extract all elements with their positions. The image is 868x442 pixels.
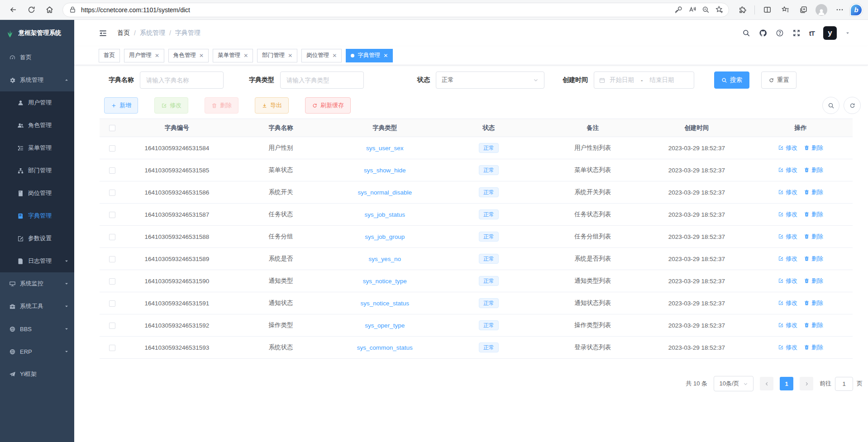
fullscreen-icon[interactable]: [792, 29, 801, 37]
tab-item[interactable]: 岗位管理✕: [301, 49, 342, 62]
status-select[interactable]: 正常: [436, 71, 544, 89]
sidebar-fold-icon[interactable]: [99, 29, 107, 38]
dict-type-link[interactable]: sys_user_sex: [366, 145, 404, 152]
favorites-add-icon[interactable]: [712, 4, 726, 16]
page-size-select[interactable]: 10条/页: [714, 376, 754, 391]
zoom-out-icon[interactable]: [699, 4, 712, 16]
select-all-checkbox[interactable]: [109, 125, 115, 131]
row-edit-link[interactable]: 修改: [778, 188, 797, 196]
export-button[interactable]: 导出: [255, 97, 289, 114]
github-icon[interactable]: [759, 29, 767, 37]
row-edit-link[interactable]: 修改: [778, 166, 797, 174]
tab-item[interactable]: 角色管理✕: [168, 49, 209, 62]
row-checkbox[interactable]: [109, 323, 115, 329]
row-edit-link[interactable]: 修改: [778, 255, 797, 263]
refresh-icon[interactable]: [24, 2, 39, 18]
font-size-icon[interactable]: tT: [809, 29, 815, 37]
row-edit-link[interactable]: 修改: [778, 210, 797, 219]
row-delete-link[interactable]: 删除: [804, 343, 823, 352]
row-checkbox[interactable]: [109, 300, 115, 307]
row-delete-link[interactable]: 删除: [804, 321, 823, 329]
sidebar-item-yi[interactable]: Yi框架: [0, 363, 74, 385]
dict-type-input[interactable]: [280, 71, 364, 89]
favorites-bar-icon[interactable]: [777, 2, 793, 18]
row-delete-link[interactable]: 删除: [804, 233, 823, 241]
dict-type-link[interactable]: sys_show_hide: [364, 167, 405, 174]
extensions-icon[interactable]: [734, 2, 750, 18]
search-button[interactable]: 搜索: [714, 71, 749, 89]
tab-item[interactable]: 用户管理✕: [124, 49, 164, 62]
sidebar-item-item[interactable]: 用户管理: [0, 91, 74, 114]
address-bar[interactable]: https://ccnetcore.com:1101/system/dict: [62, 3, 729, 17]
row-checkbox[interactable]: [109, 167, 115, 174]
tab-item[interactable]: 菜单管理✕: [213, 49, 253, 62]
sidebar-item-item[interactable]: 系统工具: [0, 295, 74, 318]
avatar-caret-icon[interactable]: [845, 31, 850, 35]
sidebar-item-item[interactable]: 字典管理: [0, 204, 74, 227]
split-screen-icon[interactable]: [759, 2, 775, 18]
page-number-button[interactable]: 1: [780, 377, 793, 390]
password-key-icon[interactable]: [672, 4, 685, 16]
row-delete-link[interactable]: 删除: [804, 144, 823, 152]
date-range-picker[interactable]: 开始日期 - 结束日期: [594, 71, 694, 89]
search-icon[interactable]: [742, 29, 750, 37]
sidebar-item-item[interactable]: 部门管理: [0, 159, 74, 182]
sidebar-item-item[interactable]: 首页: [0, 46, 74, 69]
tab-item[interactable]: 部门管理✕: [257, 49, 297, 62]
goto-page-input[interactable]: [835, 377, 853, 391]
refresh-table-button[interactable]: [844, 97, 861, 114]
dict-type-link[interactable]: sys_yes_no: [369, 256, 401, 262]
close-icon[interactable]: ✕: [383, 53, 388, 58]
home-icon[interactable]: [42, 2, 57, 18]
dict-type-link[interactable]: sys_common_status: [357, 344, 413, 351]
more-menu-icon[interactable]: [832, 2, 847, 18]
sidebar-item-item[interactable]: 角色管理: [0, 114, 74, 137]
profile-avatar[interactable]: [814, 2, 829, 18]
row-edit-link[interactable]: 修改: [778, 299, 797, 307]
close-icon[interactable]: ✕: [155, 53, 159, 58]
row-checkbox[interactable]: [109, 234, 115, 240]
next-page-button[interactable]: [800, 377, 813, 390]
close-icon[interactable]: ✕: [288, 53, 292, 58]
row-delete-link[interactable]: 删除: [804, 188, 823, 196]
dict-name-input[interactable]: [140, 71, 224, 89]
row-edit-link[interactable]: 修改: [778, 343, 797, 352]
app-logo[interactable]: 意框架管理系统: [0, 20, 74, 46]
sidebar-item-item[interactable]: 系统管理: [0, 69, 74, 91]
row-checkbox[interactable]: [109, 145, 115, 152]
tab-item[interactable]: 字典管理✕: [346, 49, 393, 62]
refresh-cache-button[interactable]: 刷新缓存: [305, 97, 351, 114]
row-delete-link[interactable]: 删除: [804, 299, 823, 307]
back-icon[interactable]: [5, 2, 21, 18]
breadcrumb-home[interactable]: 首页: [117, 29, 130, 37]
row-delete-link[interactable]: 删除: [804, 277, 823, 285]
row-edit-link[interactable]: 修改: [778, 277, 797, 285]
dict-type-link[interactable]: sys_notice_status: [361, 300, 409, 307]
row-edit-link[interactable]: 修改: [778, 233, 797, 241]
row-edit-link[interactable]: 修改: [778, 144, 797, 152]
help-icon[interactable]: [776, 29, 784, 37]
sidebar-item-erp[interactable]: ERP: [0, 340, 74, 363]
prev-page-button[interactable]: [760, 377, 773, 390]
sidebar-item-bbs[interactable]: BBS: [0, 318, 74, 340]
edit-button[interactable]: 修改: [154, 97, 188, 114]
row-checkbox[interactable]: [109, 278, 115, 285]
dict-type-link[interactable]: sys_job_group: [365, 233, 405, 240]
dict-type-link[interactable]: sys_normal_disable: [358, 189, 412, 196]
sidebar-item-item[interactable]: 日志管理: [0, 250, 74, 272]
close-icon[interactable]: ✕: [243, 53, 248, 58]
row-delete-link[interactable]: 删除: [804, 210, 823, 219]
sidebar-item-item[interactable]: 参数设置: [0, 227, 74, 250]
sidebar-item-item[interactable]: 系统监控: [0, 272, 74, 295]
toggle-search-button[interactable]: [822, 97, 839, 114]
row-delete-link[interactable]: 删除: [804, 255, 823, 263]
row-delete-link[interactable]: 删除: [804, 166, 823, 174]
url-text[interactable]: https://ccnetcore.com:1101/system/dict: [81, 6, 672, 14]
row-checkbox[interactable]: [109, 190, 115, 196]
dict-type-link[interactable]: sys_oper_type: [365, 322, 405, 329]
dict-type-link[interactable]: sys_job_status: [365, 211, 405, 218]
row-checkbox[interactable]: [109, 212, 115, 218]
row-checkbox[interactable]: [109, 345, 115, 351]
close-icon[interactable]: ✕: [199, 53, 204, 58]
copilot-icon[interactable]: b: [850, 4, 863, 16]
